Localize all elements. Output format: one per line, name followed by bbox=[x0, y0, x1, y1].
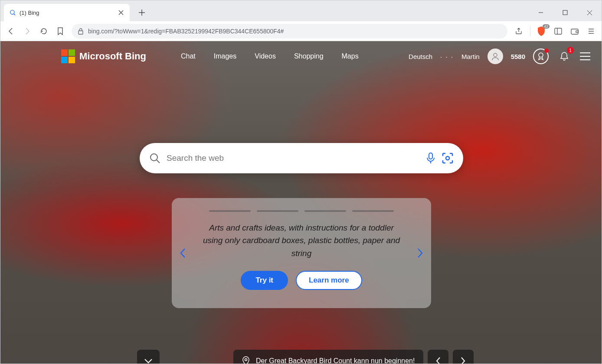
svg-rect-13 bbox=[571, 29, 578, 34]
wallet-button[interactable] bbox=[569, 26, 580, 36]
svg-rect-7 bbox=[563, 10, 567, 15]
window-controls bbox=[529, 4, 602, 21]
close-tab-icon[interactable] bbox=[118, 9, 124, 16]
promo-card: Arts and crafts ideas, with instructions… bbox=[172, 198, 431, 308]
svg-line-1 bbox=[14, 14, 15, 15]
svg-point-18 bbox=[494, 53, 497, 57]
svg-point-24 bbox=[245, 359, 247, 361]
url-text: bing.com/?toWww=1&redig=FBAB3252199942FB… bbox=[88, 28, 501, 35]
bing-favicon bbox=[9, 9, 16, 16]
try-it-button[interactable]: Try it bbox=[241, 271, 288, 290]
promo-text: Arts and crafts ideas, with instructions… bbox=[200, 221, 403, 260]
rewards-dot-badge bbox=[544, 49, 549, 53]
address-bar[interactable]: bing.com/?toWww=1&redig=FBAB3252199942FB… bbox=[72, 24, 507, 39]
image-info-bar: Der Great Backyard Bird Count kann nun b… bbox=[137, 350, 474, 364]
bing-header: Microsoft Bing Chat Images Videos Shoppi… bbox=[0, 41, 602, 72]
user-avatar[interactable] bbox=[487, 49, 503, 64]
search-icon bbox=[149, 153, 160, 164]
top-nav: Chat Images Videos Shopping Maps bbox=[181, 52, 359, 60]
notif-count-badge: 1 bbox=[567, 47, 574, 54]
notifications-icon[interactable]: 1 bbox=[556, 49, 572, 64]
sidebar-button[interactable] bbox=[553, 26, 563, 36]
svg-point-20 bbox=[150, 154, 157, 161]
nav-images[interactable]: Images bbox=[214, 52, 236, 60]
tab-title: (1) Bing bbox=[20, 10, 114, 16]
rewards-medal-icon[interactable] bbox=[533, 49, 549, 64]
browser-toolbar: bing.com/?toWww=1&redig=FBAB3252199942FB… bbox=[0, 21, 602, 41]
nav-chat[interactable]: Chat bbox=[181, 52, 196, 60]
page-content: Microsoft Bing Chat Images Videos Shoppi… bbox=[0, 41, 602, 364]
scroll-down-button[interactable] bbox=[137, 350, 160, 364]
image-headline[interactable]: Der Great Backyard Bird Count kann nun b… bbox=[233, 350, 423, 364]
hamburger-menu-icon[interactable] bbox=[580, 52, 590, 60]
rewards-points[interactable]: 5580 bbox=[511, 53, 525, 60]
language-label[interactable]: Deutsch bbox=[409, 53, 432, 60]
headline-next-button[interactable] bbox=[453, 350, 474, 364]
bookmark-button[interactable] bbox=[55, 26, 65, 36]
minimize-button[interactable] bbox=[529, 4, 553, 21]
brave-shields-button[interactable]: 42 bbox=[537, 26, 547, 36]
share-button[interactable] bbox=[514, 26, 524, 36]
browser-menu-button[interactable] bbox=[586, 26, 596, 36]
nav-videos[interactable]: Videos bbox=[255, 52, 276, 60]
svg-rect-14 bbox=[576, 31, 578, 32]
forward-button[interactable] bbox=[22, 26, 33, 36]
promo-next-icon[interactable] bbox=[417, 248, 423, 258]
headline-prev-button[interactable] bbox=[428, 350, 448, 364]
shield-count-badge: 42 bbox=[543, 24, 550, 29]
svg-line-21 bbox=[157, 160, 160, 163]
voice-search-icon[interactable] bbox=[426, 152, 435, 164]
svg-rect-22 bbox=[429, 153, 432, 159]
new-tab-button[interactable] bbox=[135, 6, 149, 20]
user-name[interactable]: Martin bbox=[461, 53, 480, 60]
more-dots-icon[interactable]: · · · bbox=[440, 53, 454, 60]
reload-button[interactable] bbox=[39, 26, 49, 36]
svg-point-0 bbox=[10, 10, 14, 14]
location-pin-icon bbox=[242, 356, 250, 364]
close-window-button[interactable] bbox=[577, 4, 602, 21]
nav-maps[interactable]: Maps bbox=[342, 52, 359, 60]
bing-logo[interactable]: Microsoft Bing bbox=[61, 49, 146, 63]
svg-point-23 bbox=[446, 156, 449, 160]
microsoft-logo-icon bbox=[61, 49, 75, 63]
maximize-button[interactable] bbox=[553, 4, 577, 21]
search-input[interactable] bbox=[167, 153, 426, 163]
nav-shopping[interactable]: Shopping bbox=[294, 52, 324, 60]
browser-titlebar: (1) Bing bbox=[0, 0, 602, 21]
image-search-icon[interactable] bbox=[442, 152, 454, 164]
search-box[interactable] bbox=[140, 143, 463, 173]
promo-prev-icon[interactable] bbox=[180, 248, 186, 258]
carousel-indicators[interactable] bbox=[209, 210, 394, 212]
lock-icon bbox=[78, 28, 84, 35]
logo-text: Microsoft Bing bbox=[79, 51, 146, 62]
svg-point-19 bbox=[539, 53, 543, 57]
svg-rect-10 bbox=[79, 31, 83, 34]
learn-more-button[interactable]: Learn more bbox=[296, 271, 362, 290]
headline-text: Der Great Backyard Bird Count kann nun b… bbox=[256, 357, 415, 364]
svg-rect-11 bbox=[555, 28, 562, 34]
browser-tab[interactable]: (1) Bing bbox=[4, 4, 130, 21]
back-button[interactable] bbox=[6, 26, 16, 36]
